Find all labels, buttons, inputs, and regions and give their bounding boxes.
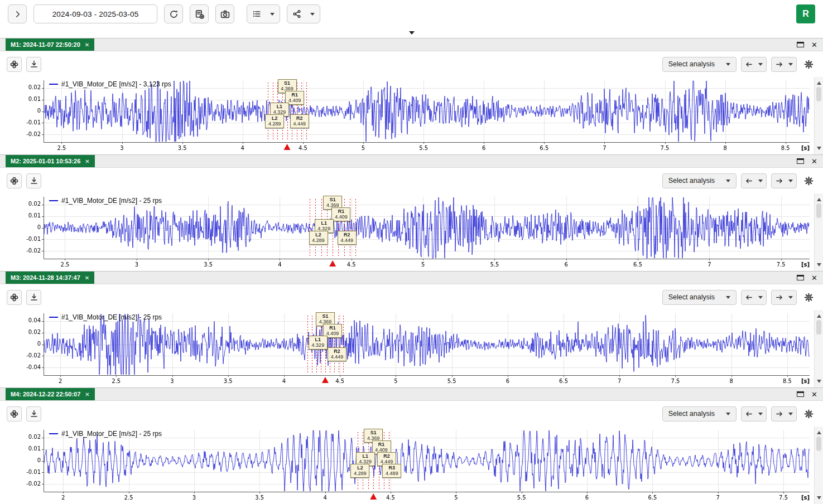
panel-tab-title: M3: 2024-11-28 14:37:47 [11, 274, 80, 281]
chevron-down-icon [788, 296, 793, 301]
scroll-up-icon[interactable] [817, 429, 821, 434]
scroll-up-icon[interactable] [817, 312, 821, 318]
waveform-chart[interactable] [0, 427, 814, 504]
vertical-scrollbar[interactable] [814, 77, 823, 154]
cursor-tag-r2[interactable]: R24.449 [290, 114, 309, 128]
download-button[interactable] [26, 290, 41, 305]
cursor-tag-l2[interactable]: L24.289 [350, 464, 369, 478]
tab-close-icon[interactable]: ✕ [85, 391, 89, 398]
toolbar-collapse-handle[interactable] [409, 31, 415, 37]
panel-toolbar: Select analysis [0, 168, 823, 193]
panel-settings-button[interactable] [801, 290, 816, 305]
select-analysis-dropdown[interactable]: Select analysis [662, 406, 737, 421]
panel-tab[interactable]: M1: 2024-11-07 22:50:20 ✕ [6, 38, 94, 51]
account-button[interactable]: R [796, 4, 815, 23]
select-analysis-dropdown[interactable]: Select analysis [662, 57, 737, 72]
close-icon[interactable]: ✕ [811, 391, 817, 398]
scroll-down-icon[interactable] [817, 263, 821, 269]
next-button[interactable] [771, 57, 797, 72]
download-button[interactable] [26, 173, 41, 188]
cursor-tag-l2[interactable]: L24.289 [265, 114, 284, 128]
panel-tab[interactable]: M3: 2024-11-28 14:37:47 ✕ [6, 272, 94, 284]
download-button[interactable] [26, 406, 41, 421]
vertical-scrollbar[interactable] [814, 427, 823, 504]
maximize-icon[interactable] [797, 275, 804, 280]
scrollbar-thumb[interactable] [816, 320, 821, 335]
next-button[interactable] [771, 406, 797, 421]
waveform-chart[interactable] [0, 310, 814, 387]
select-analysis-dropdown[interactable]: Select analysis [662, 290, 737, 305]
measurement-panel-m4: M4: 2024-12-22 22:50:07 ✕ ✕ Select analy… [0, 387, 823, 504]
date-range-input[interactable]: 2024-09-03 - 2025-03-05 [33, 4, 157, 23]
vertical-scrollbar[interactable] [814, 310, 823, 387]
panel-tab-title: M1: 2024-11-07 22:50:20 [11, 41, 80, 48]
prev-arrow-icon [745, 410, 753, 418]
select-analysis-label: Select analysis [668, 293, 715, 301]
layout-menu-button[interactable] [247, 4, 280, 23]
cursor-tag-r2[interactable]: R24.449 [338, 231, 357, 245]
prev-arrow-icon [745, 60, 753, 69]
scrollbar-thumb[interactable] [816, 203, 821, 218]
panel-tab[interactable]: M4: 2024-12-22 22:50:07 ✕ [6, 388, 95, 400]
tab-close-icon[interactable]: ✕ [85, 275, 89, 281]
waveform-chart[interactable] [0, 193, 814, 271]
panel-settings-button[interactable] [801, 406, 816, 421]
prev-button[interactable] [741, 290, 767, 305]
scroll-down-icon[interactable] [817, 496, 821, 502]
cursor-tag-r1[interactable]: R14.409 [331, 207, 350, 221]
chevron-down-icon [726, 413, 730, 418]
chevron-down-icon [788, 180, 793, 185]
next-button[interactable] [771, 173, 797, 188]
chevron-down-icon [726, 296, 730, 301]
refresh-button[interactable] [164, 4, 183, 23]
panel-header: M2: 2025-01-01 10:53:26 ✕ ✕ [0, 154, 823, 168]
cursor-settings-button[interactable] [7, 173, 22, 188]
cursor-flower-icon [9, 293, 19, 302]
download-icon [30, 176, 38, 185]
close-icon[interactable]: ✕ [811, 274, 817, 282]
chevron-down-icon [726, 180, 730, 185]
scroll-down-icon[interactable] [817, 380, 821, 385]
prev-button[interactable] [741, 173, 767, 188]
chart-area: #1_VIB_Motor_DE [m/s2] - 25 rps S14.369R… [0, 427, 823, 504]
download-button[interactable] [26, 57, 41, 72]
scrollbar-thumb[interactable] [816, 87, 821, 101]
next-arrow-icon [775, 177, 783, 185]
cursor-tag-l1[interactable]: L14.329 [309, 336, 328, 350]
prev-button[interactable] [741, 57, 767, 72]
tab-close-icon[interactable]: ✕ [85, 158, 89, 164]
add-analysis-button[interactable] [190, 4, 209, 23]
waveform-chart[interactable] [0, 77, 814, 154]
cursor-tag-r2[interactable]: R24.449 [328, 347, 346, 361]
cursor-settings-button[interactable] [7, 406, 22, 421]
panel-settings-button[interactable] [801, 57, 816, 72]
maximize-icon[interactable] [797, 391, 804, 397]
cursor-tag-l2[interactable]: L24.289 [309, 231, 328, 245]
maximize-icon[interactable] [797, 42, 804, 47]
scroll-up-icon[interactable] [817, 79, 821, 85]
next-button[interactable] [771, 290, 797, 305]
panel-tab[interactable]: M2: 2025-01-01 10:53:26 ✕ [6, 155, 95, 167]
scroll-down-icon[interactable] [817, 147, 821, 152]
select-analysis-dropdown[interactable]: Select analysis [662, 173, 737, 188]
close-icon[interactable]: ✕ [811, 158, 817, 165]
vertical-scrollbar[interactable] [814, 193, 823, 271]
gear-icon [804, 176, 814, 186]
camera-button[interactable] [215, 4, 234, 23]
cursor-tag-r3[interactable]: R34.489 [382, 464, 401, 478]
chevron-down-icon [758, 180, 763, 185]
expand-sidebar-button[interactable] [8, 4, 27, 23]
close-icon[interactable]: ✕ [811, 41, 817, 49]
scrollbar-thumb[interactable] [816, 437, 821, 451]
tab-close-icon[interactable]: ✕ [85, 42, 89, 48]
chevron-down-icon [270, 13, 275, 18]
chevron-right-icon [13, 10, 22, 18]
scroll-up-icon[interactable] [817, 196, 821, 201]
panel-settings-button[interactable] [801, 173, 816, 188]
maximize-icon[interactable] [797, 158, 804, 164]
prev-button[interactable] [741, 406, 767, 421]
cursor-settings-button[interactable] [7, 290, 22, 305]
cursor-settings-button[interactable] [7, 57, 22, 72]
measurement-panel-m2: M2: 2025-01-01 10:53:26 ✕ ✕ Select analy… [0, 154, 823, 271]
share-menu-button[interactable] [287, 4, 320, 23]
